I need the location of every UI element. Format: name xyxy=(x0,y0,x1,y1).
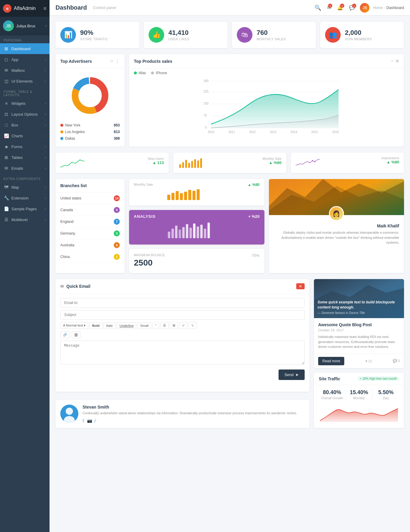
site-traffic-header: Site Traffic + 18% High then last month xyxy=(314,373,404,385)
bold-button[interactable]: Bold xyxy=(89,322,102,329)
sidebar-item-app[interactable]: ◻ App › xyxy=(0,54,50,65)
widgets-icon: ≡ xyxy=(4,101,9,106)
blog-date: October 18, 2017 xyxy=(318,328,400,332)
user-avatar[interactable]: JB xyxy=(360,3,369,13)
minimize-icon[interactable]: − xyxy=(391,58,393,64)
svg-rect-43 xyxy=(179,230,181,238)
expand-button[interactable]: ⤢ xyxy=(179,322,187,329)
mail-icon[interactable]: ✉ 3 xyxy=(327,5,331,11)
normal-text-button[interactable]: A Normal text ▾ xyxy=(60,322,88,329)
sidebar-item-layout[interactable]: ⊡ Layout Options › xyxy=(0,109,50,120)
italic-button[interactable]: Italic xyxy=(104,322,116,329)
message-textarea[interactable] xyxy=(60,341,305,365)
sidebar-item-dashboard[interactable]: ⊞ Dashboard › xyxy=(0,43,50,54)
sidebar-item-box[interactable]: □ Box › xyxy=(0,120,50,130)
chat-badge: 1 xyxy=(352,4,356,8)
twitter-icon[interactable]: 𝕥 xyxy=(83,418,85,423)
breadcrumb-home[interactable]: Home xyxy=(373,6,383,10)
sidebar-item-label: Tables xyxy=(11,155,43,160)
author-card: Stevan Smith Continually underwhelm stan… xyxy=(56,400,309,428)
table-button[interactable]: ⊞ xyxy=(170,322,178,329)
sidebar-item-forms[interactable]: ◈ Forms › xyxy=(0,141,50,152)
sidebar-item-emails[interactable]: ✉ Emails › xyxy=(0,163,50,174)
tables-icon: ⊞ xyxy=(4,155,9,160)
circle-icon[interactable]: ○ xyxy=(110,58,113,64)
monthly-mini-value: ▲ %80 xyxy=(248,183,259,187)
svg-rect-36 xyxy=(184,192,187,200)
small-button[interactable]: Small xyxy=(137,322,151,329)
stat-card-traffic: 📊 90% STORE TRAFFIC xyxy=(56,22,139,48)
close-icon[interactable]: ✕ xyxy=(395,58,399,64)
sidebar-item-mailbox[interactable]: ✉ Mailbox › xyxy=(0,65,50,76)
read-more-button[interactable]: Read more xyxy=(318,357,344,365)
members-label: JOIN MEMBERS xyxy=(345,37,372,41)
svg-text:2012: 2012 xyxy=(249,130,256,134)
svg-text:2014: 2014 xyxy=(291,130,297,134)
sidebar-user[interactable]: JB Juliya Brus › xyxy=(0,17,50,35)
sales-value: 760 xyxy=(257,29,286,37)
svg-rect-25 xyxy=(188,163,190,168)
site-traffic-stats: 80.40% Overall Growth 15.40% Monthly 5.5… xyxy=(314,385,404,404)
svg-rect-27 xyxy=(194,159,196,168)
sidebar-item-widgets[interactable]: ≡ Widgets › xyxy=(0,98,50,109)
stats-row: 📊 90% STORE TRAFFIC 👍 41,410 USER LIKES … xyxy=(56,22,404,48)
instagram-icon[interactable]: 📷 xyxy=(87,418,92,423)
email-to-input[interactable] xyxy=(60,298,305,308)
branch-item-germany: Germany 3 xyxy=(56,228,125,239)
svg-rect-33 xyxy=(171,193,174,200)
chat-icon[interactable]: 💬 1 xyxy=(349,5,355,11)
sidebar-item-extension[interactable]: 🔧 Extension › xyxy=(0,193,50,203)
traffic-label: STORE TRAFFIC xyxy=(80,37,108,41)
sidebar-item-ui-elements[interactable]: ◫ UI Elements › xyxy=(0,76,50,87)
branch-item-canada: Canada 9 xyxy=(56,204,125,216)
svg-text:0: 0 xyxy=(205,126,207,129)
sidebar-item-sample-pages[interactable]: 📄 Sample Pages › xyxy=(0,203,50,214)
profile-avatar-image: 👩 xyxy=(329,206,344,221)
image-button[interactable]: 🖼 xyxy=(72,331,80,338)
breadcrumb-separator: › xyxy=(384,6,385,10)
link-button[interactable]: 🔗 xyxy=(60,331,70,338)
subject-input[interactable] xyxy=(60,310,305,320)
sidebar-item-multilevel[interactable]: ☰ Multilevel › xyxy=(0,214,50,225)
sidebar-item-map[interactable]: 🗺 Map › xyxy=(0,182,50,193)
map-icon: 🗺 xyxy=(4,185,9,190)
sales-label: MONTHLY SALES xyxy=(257,37,286,41)
quick-email-card: ✉ Quick Email ✕ A Normal text ▾ Bold Ita… xyxy=(56,279,309,392)
svg-text:2010: 2010 xyxy=(208,130,215,134)
send-button[interactable]: Send ➤ xyxy=(279,369,305,380)
sidebar-item-label: Emails xyxy=(11,166,43,171)
bell-icon[interactable]: 🔔 2 xyxy=(337,5,343,11)
middle-row: Top Advertisers ○ ⋮ xyxy=(56,54,404,147)
sidebar-item-label: Mailbox xyxy=(11,68,43,73)
quick-email-close-button[interactable]: ✕ xyxy=(296,283,305,289)
branches-card: Branches list United states 14 Canada 9 … xyxy=(56,179,125,273)
sidebar-item-label: Multilevel xyxy=(11,217,43,222)
more-icon[interactable]: ⋮ xyxy=(115,58,120,64)
svg-rect-38 xyxy=(192,191,195,200)
sidebar-item-tables[interactable]: ⊞ Tables › xyxy=(0,152,50,163)
sidebar-item-charts[interactable]: 📈 Charts › xyxy=(0,130,50,141)
underline-button[interactable]: Underline xyxy=(117,322,136,329)
profile-bg-image: 👩 xyxy=(269,179,404,215)
facebook-icon[interactable]: 𝑓 xyxy=(95,418,96,423)
search-icon[interactable]: 🔍 xyxy=(315,5,321,11)
arrow-icon: › xyxy=(45,123,46,127)
svg-text:2013: 2013 xyxy=(270,130,277,134)
quick-email-title: Quick Email xyxy=(66,284,90,289)
top-products-card: Top Products sales − ✕ iMac iPhone xyxy=(129,54,404,147)
shrink-button[interactable]: ⤡ xyxy=(188,322,197,329)
blog-col: Some quick example text to build blockqu… xyxy=(314,279,404,428)
quote-button[interactable]: " xyxy=(152,322,159,329)
sample-icon: 📄 xyxy=(4,206,9,211)
hamburger-icon[interactable]: ≡ xyxy=(43,5,47,12)
send-icon: ➤ xyxy=(295,372,299,377)
topbar: Dashboard Control panel 🔍 ✉ 3 🔔 2 💬 1 JB… xyxy=(50,0,410,16)
svg-point-31 xyxy=(314,161,315,162)
blog-text: Holistically maximize team building ROI … xyxy=(318,334,400,349)
sidebar-logo: α xyxy=(3,4,11,13)
top-advertisers-header: Top Advertisers ○ ⋮ xyxy=(56,54,125,68)
mini-cards-row: New Users ▲ 113 xyxy=(56,153,404,173)
bounce-card: MAXIMUM BOUNCE 2500 75% xyxy=(129,249,264,273)
svg-point-56 xyxy=(66,408,73,415)
list-button[interactable]: ☰ xyxy=(160,322,169,329)
